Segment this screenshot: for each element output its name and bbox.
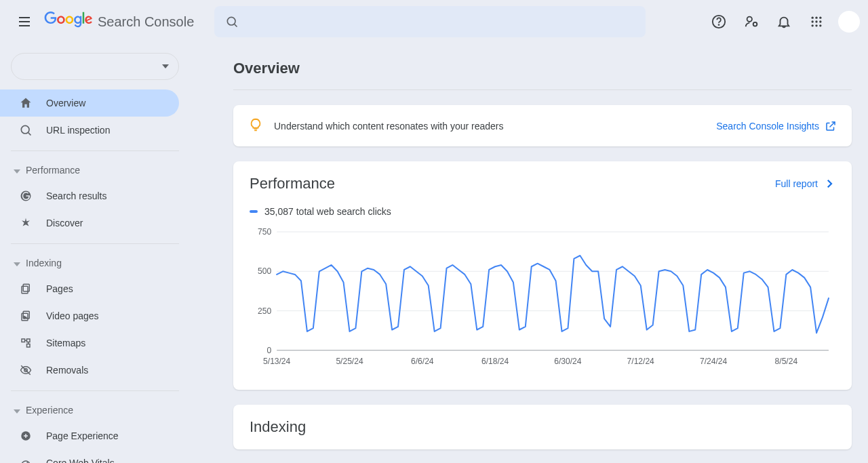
manage-users-button[interactable] bbox=[738, 8, 765, 35]
sidebar-item-core-web-vitals[interactable]: Core Web Vitals bbox=[0, 449, 179, 463]
svg-point-18 bbox=[21, 125, 29, 134]
insights-card: Understand which content resonates with … bbox=[233, 105, 852, 146]
video-pages-icon bbox=[19, 309, 33, 323]
svg-rect-20 bbox=[23, 284, 29, 291]
svg-text:6/6/24: 6/6/24 bbox=[411, 357, 434, 366]
svg-point-10 bbox=[815, 17, 817, 19]
divider bbox=[11, 150, 179, 151]
svg-text:7/12/24: 7/12/24 bbox=[627, 357, 654, 366]
sidebar-item-label: Sitemaps bbox=[46, 338, 85, 348]
svg-point-6 bbox=[719, 24, 719, 25]
svg-text:500: 500 bbox=[258, 266, 271, 276]
sidebar-item-label: Search results bbox=[46, 190, 106, 201]
performance-chart: 02505007505/13/245/25/246/6/246/18/246/3… bbox=[250, 228, 835, 371]
legend-label: 35,087 total web search clicks bbox=[264, 206, 391, 217]
sidebar-item-label: Overview bbox=[46, 98, 85, 108]
eye-off-icon bbox=[19, 363, 33, 377]
speedometer-icon bbox=[19, 456, 33, 463]
sitemap-icon bbox=[19, 336, 33, 350]
external-link-icon bbox=[825, 120, 837, 132]
search-input[interactable] bbox=[247, 16, 635, 28]
person-gear-icon bbox=[744, 14, 759, 29]
sidebar: Overview URL inspection Performance Sear… bbox=[0, 43, 190, 463]
insights-text: Understand which content resonates with … bbox=[274, 121, 504, 132]
menu-button[interactable] bbox=[8, 5, 41, 38]
performance-card-title: Performance bbox=[250, 175, 335, 193]
sidebar-item-removals[interactable]: Removals bbox=[0, 357, 179, 384]
full-report-label: Full report bbox=[775, 178, 818, 189]
sidebar-item-sitemaps[interactable]: Sitemaps bbox=[0, 329, 179, 357]
property-selector[interactable] bbox=[11, 53, 179, 80]
sidebar-item-label: URL inspection bbox=[46, 125, 110, 136]
legend-swatch bbox=[250, 210, 258, 213]
google-logo bbox=[43, 12, 94, 32]
search-icon bbox=[225, 15, 239, 28]
svg-text:5/25/24: 5/25/24 bbox=[336, 357, 363, 366]
sidebar-item-label: Pages bbox=[46, 283, 73, 294]
svg-point-15 bbox=[812, 24, 814, 26]
sidebar-item-page-experience[interactable]: Page Experience bbox=[0, 422, 179, 449]
svg-text:7/24/24: 7/24/24 bbox=[700, 357, 727, 366]
sidebar-item-overview[interactable]: Overview bbox=[0, 89, 179, 117]
app-header: Search Console bbox=[0, 0, 868, 43]
sidebar-item-search-results[interactable]: Search results bbox=[0, 182, 179, 209]
svg-line-19 bbox=[28, 133, 31, 136]
sidebar-item-label: Discover bbox=[46, 218, 83, 228]
svg-text:0: 0 bbox=[267, 346, 271, 355]
account-avatar[interactable] bbox=[838, 11, 860, 33]
svg-rect-26 bbox=[27, 344, 31, 348]
performance-card: Performance Full report 35,087 total web… bbox=[233, 161, 852, 390]
sidebar-section-label: Performance bbox=[26, 165, 80, 176]
svg-line-4 bbox=[235, 24, 237, 27]
circle-plus-icon bbox=[19, 429, 33, 443]
indexing-card: Indexing bbox=[233, 405, 852, 449]
svg-point-14 bbox=[819, 20, 821, 22]
apps-button[interactable] bbox=[803, 8, 830, 35]
page-title: Overview bbox=[233, 45, 852, 89]
home-icon bbox=[19, 96, 33, 110]
svg-text:6/18/24: 6/18/24 bbox=[481, 357, 509, 366]
svg-rect-24 bbox=[22, 339, 25, 342]
caret-down-icon bbox=[14, 405, 20, 416]
chevron-right-icon bbox=[823, 178, 835, 190]
chart-legend: 35,087 total web search clicks bbox=[250, 206, 835, 217]
sidebar-item-url-inspection[interactable]: URL inspection bbox=[0, 117, 179, 144]
header-actions bbox=[705, 8, 860, 35]
sidebar-section-performance[interactable]: Performance bbox=[0, 158, 190, 182]
insights-link[interactable]: Search Console Insights bbox=[716, 120, 837, 132]
main-content: Overview Understand which content resona… bbox=[190, 43, 868, 463]
sidebar-item-label: Core Web Vitals bbox=[46, 458, 115, 463]
svg-point-11 bbox=[819, 17, 821, 19]
sidebar-item-discover[interactable]: Discover bbox=[0, 209, 179, 237]
svg-text:250: 250 bbox=[258, 306, 271, 316]
svg-rect-25 bbox=[27, 339, 31, 342]
divider bbox=[11, 390, 179, 391]
full-report-link[interactable]: Full report bbox=[775, 178, 835, 190]
help-button[interactable] bbox=[705, 8, 732, 35]
search-icon bbox=[19, 123, 33, 137]
sidebar-item-label: Page Experience bbox=[46, 430, 119, 441]
product-logo[interactable]: Search Console bbox=[43, 12, 194, 32]
svg-text:5/13/24: 5/13/24 bbox=[263, 357, 290, 366]
menu-icon bbox=[16, 14, 33, 30]
google-g-icon bbox=[19, 189, 33, 203]
search-bar[interactable] bbox=[214, 6, 646, 37]
sidebar-item-label: Removals bbox=[46, 365, 88, 376]
sidebar-item-label: Video pages bbox=[46, 310, 99, 321]
divider bbox=[233, 89, 852, 90]
pages-icon bbox=[19, 282, 33, 296]
caret-down-icon bbox=[14, 165, 20, 176]
sidebar-section-indexing[interactable]: Indexing bbox=[0, 251, 190, 275]
svg-point-16 bbox=[815, 24, 817, 26]
sidebar-item-video-pages[interactable]: Video pages bbox=[0, 302, 179, 329]
svg-text:8/5/24: 8/5/24 bbox=[775, 357, 798, 366]
notifications-button[interactable] bbox=[770, 8, 797, 35]
svg-point-7 bbox=[747, 17, 752, 22]
svg-point-12 bbox=[812, 20, 814, 22]
help-icon bbox=[711, 14, 726, 29]
sidebar-section-experience[interactable]: Experience bbox=[0, 398, 190, 422]
sidebar-item-pages[interactable]: Pages bbox=[0, 275, 179, 302]
caret-down-icon bbox=[162, 64, 169, 68]
sidebar-section-label: Experience bbox=[26, 405, 73, 416]
indexing-card-title: Indexing bbox=[250, 418, 835, 436]
